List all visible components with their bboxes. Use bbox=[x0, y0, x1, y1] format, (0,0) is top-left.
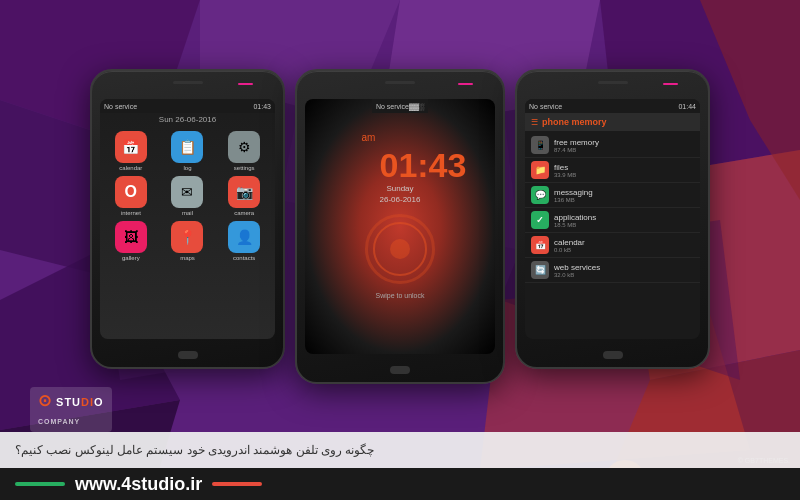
messaging-size: 136 MB bbox=[554, 197, 694, 203]
memory-item-applications: ✓ applications 18.5 MB bbox=[525, 208, 700, 233]
phone2-signal: No service bbox=[376, 103, 409, 110]
phone-1: No service 01:43 Sun 26-06-2016 📅 calend… bbox=[90, 69, 285, 369]
url-tld: .ir bbox=[185, 474, 202, 494]
app-contacts: 👤 contacts bbox=[218, 221, 270, 261]
url-www: www. bbox=[75, 474, 121, 494]
url-bar: www.4studio.ir bbox=[0, 468, 800, 500]
hamburger-icon: ☰ bbox=[531, 118, 538, 127]
app-maps-label: maps bbox=[180, 255, 195, 261]
app-settings-label: settings bbox=[234, 165, 255, 171]
calendar-memory-info: calendar 0.0 kB bbox=[554, 238, 694, 253]
files-name: files bbox=[554, 163, 694, 172]
phone1-date: Sun 26-06-2016 bbox=[100, 113, 275, 126]
memory-title: phone memory bbox=[542, 117, 607, 127]
web-services-icon: 🔄 bbox=[531, 261, 549, 279]
calendar-memory-icon: 📅 bbox=[531, 236, 549, 254]
app-calendar-label: calendar bbox=[119, 165, 142, 171]
phone1-screen: No service 01:43 Sun 26-06-2016 📅 calend… bbox=[100, 99, 275, 339]
free-memory-icon: 📱 bbox=[531, 136, 549, 154]
phone3-signal: No service bbox=[529, 103, 562, 110]
main-container: ubuntu●touch No service 01:43 Sun 26-06-… bbox=[0, 0, 800, 500]
web-services-size: 32.0 kB bbox=[554, 272, 694, 278]
phone3-memory-header: ☰ phone memory bbox=[525, 113, 700, 131]
applications-info: applications 18.5 MB bbox=[554, 213, 694, 228]
messaging-info: messaging 136 MB bbox=[554, 188, 694, 203]
memory-list: 📱 free memory 87.4 MB 📁 files 33.9 MB bbox=[525, 131, 700, 285]
web-services-name: web services bbox=[554, 263, 694, 272]
phone2-status-bar: No service ▓▓░ bbox=[372, 99, 428, 113]
memory-item-files: 📁 files 33.9 MB bbox=[525, 158, 700, 183]
app-mail-icon: ✉ bbox=[171, 176, 203, 208]
phone2-speaker bbox=[385, 81, 415, 84]
phone3-status-bar: No service 01:44 bbox=[525, 99, 700, 113]
phone2-date: 26-06-2016 bbox=[380, 195, 421, 204]
url-text[interactable]: www.4studio.ir bbox=[75, 474, 202, 495]
app-internet: O internet bbox=[105, 176, 157, 216]
app-settings-icon: ⚙ bbox=[228, 131, 260, 163]
applications-name: applications bbox=[554, 213, 694, 222]
phone3-speaker bbox=[598, 81, 628, 84]
phone2-home-btn bbox=[390, 366, 410, 374]
app-contacts-icon: 👤 bbox=[228, 221, 260, 253]
app-camera-label: camera bbox=[234, 210, 254, 216]
phone3-home-btn bbox=[603, 351, 623, 359]
app-mail-label: mail bbox=[182, 210, 193, 216]
phone2-ampm: am bbox=[362, 132, 376, 143]
phone2-lock-circle bbox=[365, 214, 435, 284]
applications-size: 18.5 MB bbox=[554, 222, 694, 228]
url-domain: 4studio bbox=[121, 474, 185, 494]
phone1-indicator bbox=[238, 83, 253, 85]
phone2-time: 01:43 bbox=[379, 148, 466, 182]
messaging-name: messaging bbox=[554, 188, 694, 197]
free-memory-size: 87.4 MB bbox=[554, 147, 694, 153]
app-calendar: 📅 calendar bbox=[105, 131, 157, 171]
app-contacts-label: contacts bbox=[233, 255, 255, 261]
phone-2: No service ▓▓░ am 01:43 Sunday 26-06-201… bbox=[295, 69, 505, 384]
phone1-speaker bbox=[173, 81, 203, 84]
app-internet-label: internet bbox=[121, 210, 141, 216]
phone3-indicator bbox=[663, 83, 678, 85]
phone3-screen: No service 01:44 ☰ phone memory 📱 free m… bbox=[525, 99, 700, 339]
app-log-label: log bbox=[183, 165, 191, 171]
red-bar-icon bbox=[212, 482, 262, 486]
applications-icon: ✓ bbox=[531, 211, 549, 229]
app-internet-icon: O bbox=[115, 176, 147, 208]
files-size: 33.9 MB bbox=[554, 172, 694, 178]
phone2-screen: No service ▓▓░ am 01:43 Sunday 26-06-201… bbox=[305, 99, 495, 354]
calendar-memory-size: 0.0 kB bbox=[554, 247, 694, 253]
phone1-time: 01:43 bbox=[253, 103, 271, 110]
app-calendar-icon: 📅 bbox=[115, 131, 147, 163]
messaging-icon: 💬 bbox=[531, 186, 549, 204]
app-mail: ✉ mail bbox=[162, 176, 214, 216]
memory-item-web: 🔄 web services 32.0 kB bbox=[525, 258, 700, 283]
persian-text-bar: چگونه روی تلفن هوشمند اندرویدی خود سیستم… bbox=[0, 432, 800, 468]
calendar-memory-name: calendar bbox=[554, 238, 694, 247]
app-settings: ⚙ settings bbox=[218, 131, 270, 171]
phone2-battery: ▓▓░ bbox=[409, 103, 424, 110]
app-camera-icon: 📷 bbox=[228, 176, 260, 208]
phone1-status-bar: No service 01:43 bbox=[100, 99, 275, 113]
bottom-banner: چگونه روی تلفن هوشمند اندرویدی خود سیستم… bbox=[0, 432, 800, 500]
phone1-apps-grid: 📅 calendar 📋 log ⚙ settings O bbox=[100, 126, 275, 266]
app-gallery-label: gallery bbox=[122, 255, 140, 261]
persian-text: چگونه روی تلفن هوشمند اندرویدی خود سیستم… bbox=[15, 443, 374, 457]
app-gallery-icon: 🖼 bbox=[115, 221, 147, 253]
studio-label: ⊙ STUDIO COMPANY bbox=[38, 396, 104, 426]
phone-3: No service 01:44 ☰ phone memory 📱 free m… bbox=[515, 69, 710, 369]
phone1-home-btn bbox=[178, 351, 198, 359]
app-log: 📋 log bbox=[162, 131, 214, 171]
web-services-info: web services 32.0 kB bbox=[554, 263, 694, 278]
files-info: files 33.9 MB bbox=[554, 163, 694, 178]
phone1-signal: No service bbox=[104, 103, 137, 110]
files-icon: 📁 bbox=[531, 161, 549, 179]
phone2-day: Sunday bbox=[386, 184, 413, 193]
green-bar-icon bbox=[15, 482, 65, 486]
app-log-icon: 📋 bbox=[171, 131, 203, 163]
phones-container: No service 01:43 Sun 26-06-2016 📅 calend… bbox=[0, 69, 800, 384]
free-memory-name: free memory bbox=[554, 138, 694, 147]
memory-item-calendar: 📅 calendar 0.0 kB bbox=[525, 233, 700, 258]
free-memory-info: free memory 87.4 MB bbox=[554, 138, 694, 153]
memory-item-free: 📱 free memory 87.4 MB bbox=[525, 133, 700, 158]
studio-overlay: ⊙ STUDIO COMPANY bbox=[30, 387, 112, 432]
app-maps: 📍 maps bbox=[162, 221, 214, 261]
